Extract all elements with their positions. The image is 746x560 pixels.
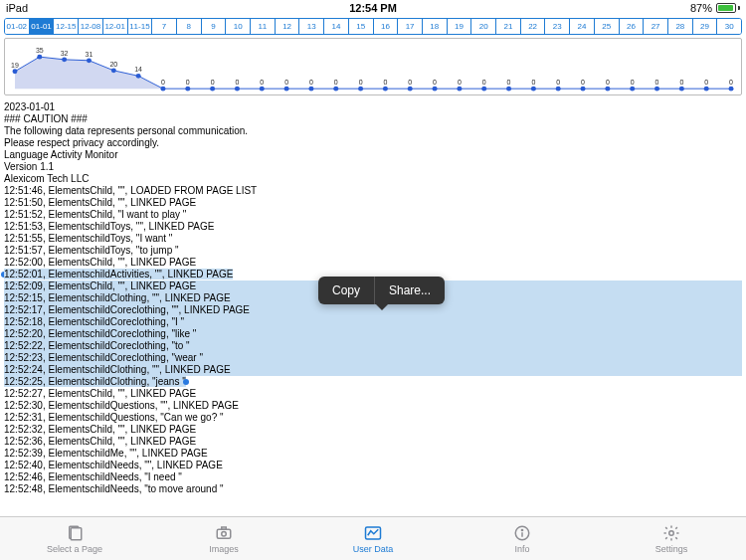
svg-point-70 — [669, 530, 674, 535]
date-tab[interactable]: 27 — [644, 19, 668, 34]
date-tab[interactable]: 26 — [620, 19, 645, 34]
svg-text:0: 0 — [260, 79, 264, 86]
svg-point-69 — [521, 529, 522, 530]
svg-text:0: 0 — [433, 79, 437, 86]
copy-button[interactable]: Copy — [318, 277, 374, 304]
date-tab[interactable]: 12 — [276, 19, 300, 34]
date-tab[interactable]: 8 — [177, 19, 202, 34]
svg-text:0: 0 — [211, 79, 215, 86]
svg-text:0: 0 — [631, 79, 635, 86]
date-tab[interactable]: 12-08 — [79, 19, 103, 34]
svg-point-23 — [284, 87, 289, 92]
log-line: 12:52:18, ElementschildCoreclothing, "I … — [4, 316, 742, 328]
svg-point-33 — [408, 87, 413, 92]
svg-point-59 — [729, 87, 734, 92]
date-tab[interactable]: 01-01 — [30, 19, 55, 34]
tab-info[interactable]: Info — [448, 517, 597, 560]
svg-point-7 — [87, 58, 92, 63]
svg-text:0: 0 — [359, 79, 363, 86]
svg-point-21 — [260, 87, 265, 92]
svg-point-37 — [457, 87, 462, 92]
device-label: iPad — [6, 2, 28, 14]
log-line: 12:52:36, ElementsChild, "", LINKED PAGE — [4, 436, 742, 448]
date-tab[interactable]: 28 — [668, 19, 693, 34]
svg-point-11 — [136, 74, 141, 79]
date-tab[interactable]: 22 — [521, 19, 546, 34]
svg-text:35: 35 — [36, 47, 44, 54]
date-tab[interactable]: 17 — [398, 19, 423, 34]
date-tab[interactable]: 14 — [324, 19, 349, 34]
log-line: 2023-01-01 — [4, 101, 742, 113]
date-tab[interactable]: 29 — [693, 19, 718, 34]
svg-text:0: 0 — [161, 79, 165, 86]
tab-bar: Select a Page Images User Data Info Sett… — [0, 516, 746, 560]
date-tab[interactable]: 19 — [448, 19, 472, 34]
date-tab[interactable]: 12-01 — [103, 19, 128, 34]
svg-text:0: 0 — [408, 79, 412, 86]
log-line: 12:52:17, ElementschildCoreclothing, "",… — [4, 304, 742, 316]
date-tab[interactable]: 13 — [299, 19, 324, 34]
selection-end-handle[interactable] — [183, 379, 189, 385]
svg-rect-65 — [222, 527, 227, 529]
svg-point-43 — [531, 87, 536, 92]
date-tab[interactable]: 23 — [545, 19, 570, 34]
log-line: 12:52:39, ElementschildMe, "", LINKED PA… — [4, 448, 742, 460]
date-tab[interactable]: 15 — [349, 19, 374, 34]
log-line: The following data represents personal c… — [4, 125, 742, 137]
log-line: 12:52:32, ElementsChild, "", LINKED PAGE — [4, 424, 742, 436]
svg-text:0: 0 — [186, 79, 190, 86]
date-tab[interactable]: 10 — [226, 19, 251, 34]
svg-point-17 — [210, 87, 215, 92]
log-line: 12:52:48, ElementschildNeeds, "to move a… — [4, 483, 742, 495]
svg-point-49 — [605, 87, 610, 92]
svg-point-51 — [630, 87, 635, 92]
svg-point-57 — [704, 87, 709, 92]
svg-point-64 — [222, 531, 227, 536]
date-tab[interactable]: 11 — [251, 19, 276, 34]
svg-text:20: 20 — [109, 61, 117, 68]
share-button[interactable]: Share... — [375, 277, 445, 304]
activity-chart: 193532312014000000000000000000000000 — [4, 38, 742, 95]
date-tab[interactable]: 21 — [496, 19, 521, 34]
status-bar: iPad 12:54 PM 87% — [0, 0, 746, 16]
tab-select-page[interactable]: Select a Page — [0, 517, 149, 560]
log-line: 12:52:46, ElementschildNeeds, "I need " — [4, 471, 742, 483]
battery-pct: 87% — [690, 2, 712, 14]
tab-settings[interactable]: Settings — [597, 517, 746, 560]
date-tabs[interactable]: 01-0201-0112-1512-0812-0111-157891011121… — [4, 18, 742, 35]
date-tab[interactable]: 9 — [202, 19, 227, 34]
svg-point-9 — [111, 68, 116, 73]
date-tab[interactable]: 11-15 — [128, 19, 153, 34]
clock: 12:54 PM — [349, 2, 397, 14]
date-tab[interactable]: 7 — [152, 19, 177, 34]
log-line: 12:52:00, ElementsChild, "", LINKED PAGE — [4, 257, 742, 269]
log-line: Language Activity Monitor — [4, 149, 742, 161]
log-line: Version 1.1 — [4, 161, 742, 173]
log-line: 12:51:53, ElementschildToys, "", LINKED … — [4, 221, 742, 233]
date-tab[interactable]: 25 — [595, 19, 620, 34]
date-tab[interactable]: 16 — [374, 19, 399, 34]
log-line: 12:52:40, ElementschildNeeds, "", LINKED… — [4, 460, 742, 471]
date-tab[interactable]: 18 — [423, 19, 448, 34]
svg-point-39 — [481, 87, 486, 92]
log-line: 12:51:55, ElementschildToys, "I want " — [4, 233, 742, 245]
svg-text:0: 0 — [655, 79, 659, 86]
tab-images[interactable]: Images — [149, 517, 298, 560]
log-line: Alexicom Tech LLC — [4, 173, 742, 185]
log-view[interactable]: 2023-01-01### CAUTION ###The following d… — [0, 95, 746, 523]
gear-icon — [660, 524, 682, 542]
tab-user-data[interactable]: User Data — [298, 517, 448, 560]
svg-point-45 — [556, 87, 561, 92]
log-line: 12:52:25, ElementschildClothing, "jeans … — [4, 376, 742, 388]
date-tab[interactable]: 01-02 — [5, 19, 30, 34]
date-tab[interactable]: 24 — [570, 19, 595, 34]
svg-text:19: 19 — [11, 62, 19, 69]
log-line: 12:52:22, ElementschildCoreclothing, "to… — [4, 340, 742, 352]
svg-rect-62 — [71, 527, 82, 539]
svg-text:0: 0 — [729, 79, 733, 86]
date-tab[interactable]: 30 — [717, 19, 741, 34]
svg-point-13 — [160, 87, 165, 92]
date-tab[interactable]: 20 — [471, 19, 496, 34]
svg-text:0: 0 — [679, 79, 683, 86]
date-tab[interactable]: 12-15 — [54, 19, 79, 34]
